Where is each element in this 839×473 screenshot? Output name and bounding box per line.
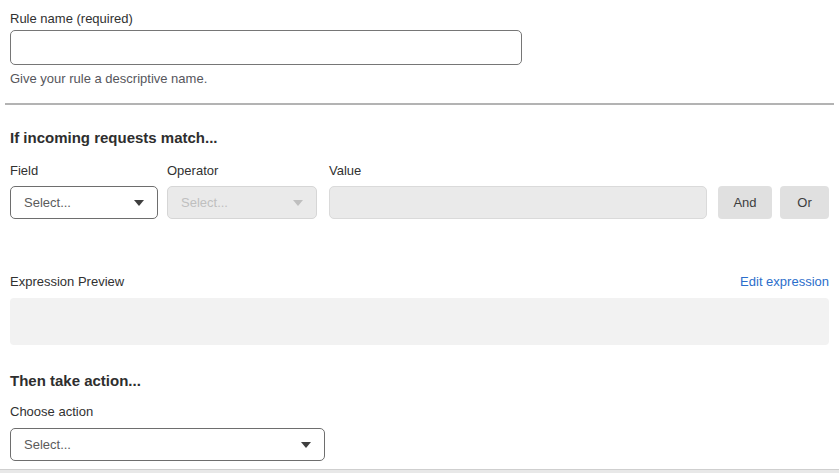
rule-name-input[interactable] [10, 30, 522, 65]
or-button[interactable]: Or [780, 186, 829, 219]
choose-action-label: Choose action [10, 404, 829, 419]
chevron-down-icon [293, 200, 303, 206]
and-button[interactable]: And [718, 186, 772, 219]
operator-label: Operator [167, 163, 317, 178]
field-select[interactable]: Select... [10, 186, 158, 219]
field-column: Field Select... [10, 163, 158, 219]
action-select[interactable]: Select... [10, 428, 325, 461]
operator-column: Operator Select... [167, 163, 317, 219]
value-input[interactable] [329, 186, 707, 219]
field-label: Field [10, 163, 158, 178]
operator-select[interactable]: Select... [167, 186, 317, 219]
rule-name-help-text: Give your rule a descriptive name. [10, 71, 829, 86]
rule-name-label: Rule name (required) [10, 11, 829, 26]
value-label: Value [329, 163, 707, 178]
action-select-placeholder: Select... [24, 437, 71, 452]
rule-form: Rule name (required) Give your rule a de… [0, 0, 839, 473]
section-divider [5, 103, 834, 105]
operator-select-placeholder: Select... [181, 195, 228, 210]
expression-preview-box [10, 298, 829, 345]
action-section-heading: Then take action... [10, 372, 829, 390]
field-select-placeholder: Select... [24, 195, 71, 210]
chevron-down-icon [301, 442, 311, 448]
bottom-panel [0, 469, 839, 473]
expression-preview-label: Expression Preview [10, 274, 124, 289]
edit-expression-link[interactable]: Edit expression [740, 274, 829, 289]
match-section-heading: If incoming requests match... [10, 129, 829, 147]
chevron-down-icon [134, 200, 144, 206]
expression-header: Expression Preview Edit expression [10, 274, 829, 289]
value-column: Value [329, 163, 707, 219]
condition-row: Field Select... Operator Select... Value… [10, 163, 829, 219]
